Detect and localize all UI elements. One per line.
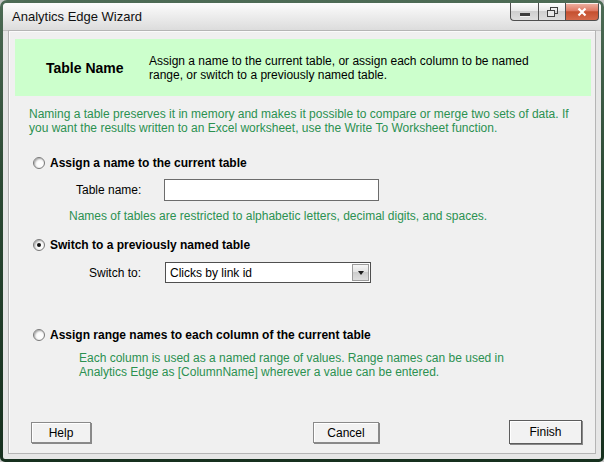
help-button[interactable]: Help [31, 422, 91, 443]
table-name-input[interactable] [164, 179, 379, 201]
intro-text: Naming a table preserves it in memory an… [29, 107, 577, 135]
titlebar[interactable]: Analytics Edge Wizard [3, 3, 601, 31]
radio-assign-name[interactable] [33, 157, 45, 169]
close-button[interactable] [566, 3, 599, 21]
option-assign-ranges-label: Assign range names to each column of the… [50, 328, 371, 342]
restore-button[interactable] [538, 3, 566, 21]
step-description: Assign a name to the current table, or a… [149, 54, 561, 82]
minimize-icon [520, 13, 530, 16]
dropdown-arrow-button[interactable] [352, 264, 369, 281]
cancel-button[interactable]: Cancel [313, 422, 379, 443]
restore-icon [547, 7, 558, 17]
switch-to-dropdown[interactable]: Clicks by link id [165, 262, 371, 283]
window-title: Analytics Edge Wizard [12, 9, 142, 24]
radio-assign-ranges[interactable] [33, 329, 45, 341]
finish-button[interactable]: Finish [509, 420, 582, 444]
radio-switch-table[interactable] [33, 239, 45, 251]
switch-to-dropdown-value: Clicks by link id [166, 266, 352, 280]
switch-to-label: Switch to: [89, 266, 141, 280]
table-name-label: Table name: [76, 183, 141, 197]
caption-buttons [510, 3, 599, 21]
minimize-button[interactable] [510, 3, 538, 21]
option-assign-name[interactable]: Assign a name to the current table [33, 156, 247, 170]
step-title: Table Name [46, 60, 134, 76]
window-inner: Analytics Edge Wizard [3, 3, 601, 459]
option-switch-table[interactable]: Switch to a previously named table [33, 238, 250, 252]
chevron-down-icon [358, 271, 364, 275]
assign-ranges-note: Each column is used as a named range of … [79, 351, 534, 379]
option-assign-ranges[interactable]: Assign range names to each column of the… [33, 328, 371, 342]
dialog-panel: Table Name Assign a name to the current … [8, 30, 596, 454]
close-icon [577, 7, 587, 17]
wizard-step-header: Table Name Assign a name to the current … [15, 39, 591, 96]
option-assign-name-label: Assign a name to the current table [50, 156, 247, 170]
table-name-note: Names of tables are restricted to alphab… [69, 209, 487, 223]
option-switch-table-label: Switch to a previously named table [50, 238, 250, 252]
analytics-edge-wizard-window: Analytics Edge Wizard [0, 0, 604, 462]
